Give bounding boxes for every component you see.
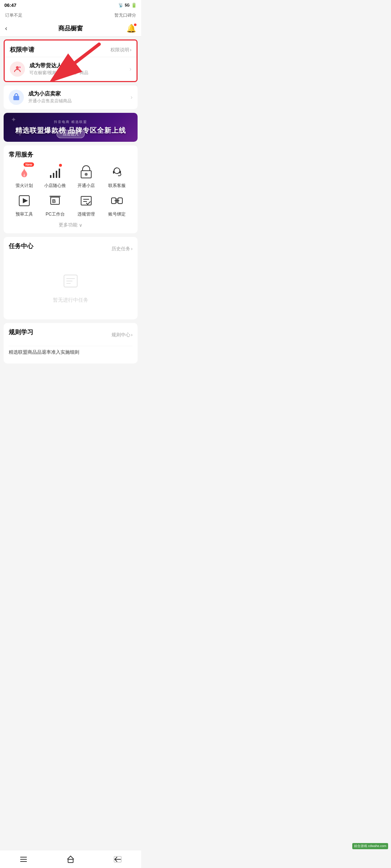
seller-text: 成为小店卖家 开通小店售卖店铺商品	[28, 90, 131, 104]
svg-rect-6	[53, 173, 54, 178]
service-pc[interactable]: B PC工作台	[40, 192, 71, 217]
task-empty: 暂无进行中任务	[9, 261, 133, 314]
service-preview[interactable]: 预审工具	[9, 192, 40, 217]
star-deco: ✦	[11, 116, 16, 124]
back-button[interactable]: ‹	[5, 25, 7, 32]
chevron-right-icon: ›	[131, 332, 133, 337]
influencer-desc: 可在橱窗/视频/直播中推广商品	[29, 70, 130, 76]
permission-section: 权限申请 权限说明 › 成为带货达人	[5, 41, 136, 81]
service-violation[interactable]: 违规管理	[71, 192, 102, 217]
service-shop[interactable]: 开通小店	[71, 164, 102, 189]
chevron-right-icon: ›	[130, 47, 131, 52]
service-support[interactable]: 联系客服	[102, 164, 133, 189]
network-icon: 📡	[118, 3, 123, 8]
rules-center-link[interactable]: 规则中心 ›	[112, 332, 133, 338]
svg-text:B: B	[52, 198, 56, 204]
bell-button[interactable]: 🔔	[126, 24, 136, 33]
seller-section: 成为小店卖家 开通小店售卖店铺商品 ›	[4, 85, 138, 109]
task-header: 任务中心 历史任务 ›	[9, 242, 133, 255]
status-icons: 📡 5G 🔋	[118, 3, 137, 8]
rules-title: 规则学习	[9, 328, 33, 336]
service-bind[interactable]: 账号绑定	[102, 192, 133, 217]
battery-icon: 🔋	[131, 3, 137, 8]
task-empty-text: 暂无进行中任务	[53, 297, 88, 303]
huohua-label: 萤火计划	[16, 183, 33, 189]
permission-title: 权限申请	[10, 46, 34, 54]
violation-icon	[78, 192, 94, 209]
svg-point-2	[16, 66, 19, 69]
rules-center-label: 规则中心	[112, 332, 130, 338]
services-section: 常用服务 New 萤火计划	[4, 145, 138, 233]
chevron-right-icon: ›	[131, 246, 133, 251]
influencer-chevron: ›	[130, 66, 131, 72]
seller-chevron: ›	[131, 94, 133, 101]
permission-highlighted-section: 权限申请 权限说明 › 成为带货达人	[4, 39, 138, 82]
rules-section: 规则学习 规则中心 › 精选联盟商品品退率准入实施细则	[4, 323, 138, 363]
svg-rect-8	[59, 169, 60, 178]
service-huohua[interactable]: New 萤火计划	[9, 164, 40, 189]
rules-item[interactable]: 精选联盟商品品退率准入实施细则	[9, 346, 133, 358]
huohua-icon: New	[16, 164, 33, 180]
notif-subtext: 暂无口碑分	[114, 12, 136, 18]
svg-point-3	[20, 67, 21, 68]
promo-content: 抖音电商 精选联盟 精选联盟爆款榜 品牌专区全新上线 点击进入	[4, 113, 138, 142]
permission-link[interactable]: 权限说明 ›	[110, 47, 131, 53]
header: ‹ 商品橱窗 🔔	[0, 21, 141, 37]
signal-label: 5G	[125, 3, 130, 7]
shop-icon	[78, 164, 94, 180]
status-time: 06:47	[4, 3, 16, 8]
svg-rect-7	[56, 171, 57, 178]
influencer-icon	[10, 61, 25, 77]
notif-text: 订单不足	[5, 12, 22, 18]
pc-icon: B	[47, 192, 63, 209]
new-badge: New	[24, 162, 34, 167]
pc-label: PC工作台	[46, 211, 65, 217]
permission-header: 权限申请 权限说明 ›	[5, 41, 136, 57]
suixin-label: 小店随心推	[44, 183, 66, 189]
preview-icon	[16, 192, 33, 209]
more-services-button[interactable]: 更多功能 ∨	[9, 222, 133, 228]
page-title: 商品橱窗	[58, 24, 83, 33]
support-icon	[109, 164, 125, 180]
influencer-name: 成为带货达人	[29, 62, 130, 69]
become-seller-item[interactable]: 成为小店卖家 开通小店售卖店铺商品 ›	[4, 85, 138, 109]
shop-label: 开通小店	[77, 183, 95, 189]
history-task-link[interactable]: 历史任务 ›	[112, 246, 133, 252]
become-influencer-item[interactable]: 成为带货达人 可在橱窗/视频/直播中推广商品 ›	[5, 57, 136, 81]
status-bar: 06:47 📡 5G 🔋	[0, 0, 141, 10]
svg-rect-5	[50, 175, 51, 178]
task-section: 任务中心 历史任务 › 暂无进行中任务	[4, 237, 138, 319]
influencer-text: 成为带货达人 可在橱窗/视频/直播中推广商品	[29, 62, 130, 76]
service-suixin[interactable]: 小店随心推	[40, 164, 71, 189]
svg-marker-15	[23, 198, 28, 203]
svg-rect-4	[13, 96, 19, 100]
violation-label: 违规管理	[77, 211, 95, 217]
rules-header: 规则学习 规则中心 ›	[9, 328, 133, 341]
notif-banner: 订单不足 暂无口碑分	[0, 10, 141, 21]
svg-point-10	[85, 173, 88, 176]
svg-rect-19	[81, 196, 91, 205]
seller-desc: 开通小店售卖店铺商品	[28, 98, 131, 104]
seller-icon	[9, 90, 24, 105]
history-label: 历史任务	[112, 246, 130, 252]
preview-label: 预审工具	[16, 211, 33, 217]
bind-icon	[109, 192, 125, 209]
services-grid: New 萤火计划 小店随心推	[9, 164, 133, 217]
task-empty-icon	[62, 272, 80, 293]
support-label: 联系客服	[108, 183, 126, 189]
promo-top-text: 抖音电商 精选联盟	[54, 120, 88, 124]
svg-rect-13	[119, 171, 121, 174]
more-label: 更多功能	[59, 222, 77, 228]
svg-rect-12	[113, 171, 114, 174]
bell-dot	[134, 24, 136, 26]
task-title: 任务中心	[9, 242, 33, 250]
suixin-icon	[47, 164, 63, 180]
chevron-down-icon: ∨	[79, 222, 83, 228]
main-content: 权限申请 权限说明 › 成为带货达人	[0, 39, 141, 389]
seller-name: 成为小店卖家	[28, 90, 131, 97]
promo-enter-button[interactable]: 点击进入	[56, 130, 85, 138]
services-title: 常用服务	[9, 150, 133, 159]
star-deco2: ✦	[18, 132, 22, 137]
promo-banner[interactable]: 抖音电商 精选联盟 精选联盟爆款榜 品牌专区全新上线 点击进入 ✦ ✦	[4, 113, 138, 142]
bind-label: 账号绑定	[108, 211, 126, 217]
